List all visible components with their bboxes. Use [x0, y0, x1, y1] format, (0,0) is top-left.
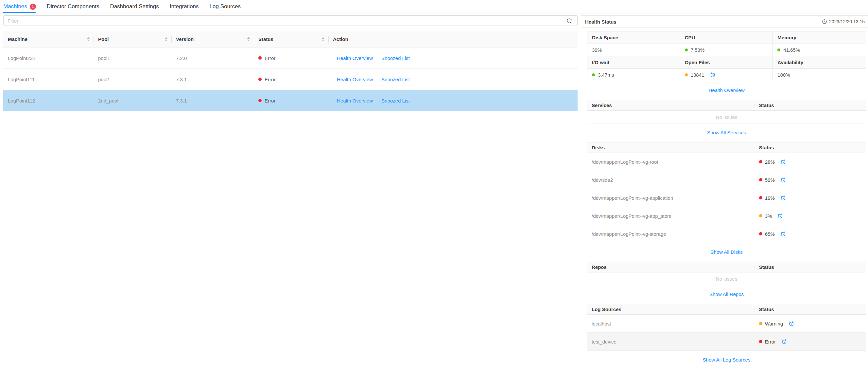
- table-row-logpoint231[interactable]: LogPoint231 pool1 7.2.0 Error Health Ove…: [3, 48, 578, 69]
- disk-status: 65%: [754, 231, 866, 237]
- show-all-disks-link[interactable]: Show All Disks: [710, 249, 742, 255]
- metric-value-io-wait: 3.47ms: [587, 69, 680, 81]
- repos-header-label: Repos: [587, 264, 754, 270]
- alarm-clock-icon[interactable]: [780, 177, 786, 183]
- error-dot-icon: [759, 340, 762, 343]
- status-label: Error: [265, 77, 275, 82]
- alarm-clock-icon[interactable]: [780, 231, 786, 237]
- alarm-clock-icon[interactable]: [710, 72, 716, 78]
- metric-value-cpu: 7.53%: [680, 44, 773, 56]
- services-status-header: Status: [754, 103, 866, 108]
- panel-title: Health Status: [585, 19, 617, 25]
- show-all-log-sources-row: Show All Log Sources: [587, 351, 866, 369]
- machine-name: LogPoint231: [3, 55, 94, 61]
- show-all-repos-link[interactable]: Show All Repos: [709, 291, 744, 297]
- disk-status: 19%: [754, 195, 866, 201]
- alarm-clock-icon[interactable]: [777, 213, 783, 219]
- disk-usage-value: 65%: [765, 231, 775, 237]
- log-sources-table-header: Log Sources Status: [587, 304, 866, 315]
- tab-director-components[interactable]: Director Components: [47, 0, 99, 13]
- health-overview-link-row: Health Overview: [587, 81, 866, 100]
- tab-log-sources[interactable]: Log Sources: [210, 0, 241, 13]
- machines-count-badge: 1: [30, 4, 36, 10]
- snoozed-list-link[interactable]: Snoozed List: [381, 77, 410, 82]
- show-all-log-sources-link[interactable]: Show All Log Sources: [703, 357, 751, 363]
- table-row-logpoint112-selected[interactable]: LogPoint112 2nd_pool 7.3.1 Error Health …: [3, 90, 578, 111]
- machines-section: Machine Pool Version Status Action: [0, 13, 578, 391]
- tab-integrations-label: Integrations: [170, 3, 199, 10]
- snoozed-list-link[interactable]: Snoozed List: [381, 98, 410, 104]
- pool-name: pool1: [94, 55, 172, 61]
- action-cell: Health Overview Snoozed List: [328, 55, 578, 61]
- show-all-disks-row: Show All Disks: [587, 243, 866, 262]
- ok-dot-icon: [685, 49, 688, 51]
- filter-input[interactable]: [3, 16, 561, 26]
- disks-status-header: Status: [754, 145, 866, 150]
- sort-carets-icon[interactable]: [84, 37, 90, 41]
- disk-status: 3%: [754, 213, 866, 219]
- refresh-button[interactable]: [561, 16, 578, 26]
- disk-usage-value: 28%: [765, 159, 775, 165]
- metric-value-text: 41.65%: [783, 47, 800, 53]
- disks-header-label: Disks: [587, 145, 754, 150]
- services-table-header: Services Status: [587, 100, 866, 111]
- timestamp: 2023/12/20 13:15: [822, 19, 865, 24]
- metric-value-text: 3.47ms: [598, 72, 614, 78]
- status-label: Error: [265, 98, 275, 104]
- tab-integrations[interactable]: Integrations: [170, 0, 199, 13]
- metric-label-memory: Memory: [773, 31, 866, 44]
- machine-name: LogPoint112: [3, 98, 94, 104]
- snoozed-list-link[interactable]: Snoozed List: [381, 55, 410, 61]
- log-source-name: test_device: [587, 339, 754, 344]
- health-overview-link[interactable]: Health Overview: [708, 87, 744, 93]
- show-all-services-link[interactable]: Show All Services: [707, 130, 746, 135]
- column-header-status[interactable]: Status: [254, 31, 328, 47]
- alarm-clock-icon[interactable]: [788, 321, 794, 327]
- disk-name: /dev/mapper/LogPoint--vg-storage: [587, 231, 754, 237]
- health-status-header: Health Status 2023/12/20 13:15: [581, 16, 868, 28]
- machines-table-header: Machine Pool Version Status Action: [3, 31, 578, 48]
- column-header-pool[interactable]: Pool: [94, 31, 172, 47]
- disk-usage-value: 59%: [765, 177, 775, 183]
- top-navigation: Machines 1 Director Components Dashboard…: [0, 0, 868, 13]
- log-source-status: Error: [754, 339, 866, 344]
- health-overview-link[interactable]: Health Overview: [337, 55, 373, 61]
- health-status-panel: Health Status 2023/12/20 13:15 Disk Spac…: [581, 13, 868, 391]
- metric-label-disk-space: Disk Space: [587, 31, 680, 44]
- alarm-clock-icon[interactable]: [780, 195, 786, 201]
- health-overview-link[interactable]: Health Overview: [337, 77, 373, 82]
- column-header-version[interactable]: Version: [172, 31, 254, 47]
- sort-carets-icon[interactable]: [161, 37, 167, 41]
- metric-label-cpu: CPU: [680, 31, 773, 44]
- services-empty-row: No issues: [587, 111, 866, 123]
- sort-carets-icon[interactable]: [318, 37, 324, 41]
- column-header-machine[interactable]: Machine: [3, 31, 94, 47]
- column-label: Machine: [8, 36, 28, 42]
- warning-dot-icon: [685, 73, 688, 76]
- alarm-clock-icon[interactable]: [780, 159, 786, 165]
- machine-name: LogPoint111: [3, 77, 94, 82]
- disk-name: /dev/mapper/LogPoint--vg-application: [587, 195, 754, 201]
- filter-bar: [3, 16, 578, 26]
- metric-value-text: 100%: [777, 72, 790, 78]
- log-source-row: localhost Warning: [587, 315, 866, 333]
- tab-machines[interactable]: Machines 1: [3, 0, 36, 13]
- alarm-clock-icon[interactable]: [781, 339, 787, 344]
- disk-name: /dev/sda2: [587, 177, 754, 183]
- table-row-logpoint111[interactable]: LogPoint111 pool1 7.3.1 Error Health Ove…: [3, 69, 578, 90]
- sort-carets-icon[interactable]: [244, 37, 250, 41]
- column-label: Pool: [98, 36, 109, 42]
- disks-table: Disks Status /dev/mapper/LogPoint--vg-ro…: [587, 142, 866, 243]
- metric-label-availability: Availability: [773, 56, 866, 69]
- metric-value-text: 39%: [592, 47, 602, 53]
- metric-value-availability: 100%: [773, 69, 866, 81]
- error-dot-icon: [759, 232, 762, 235]
- log-source-status: Warning: [754, 321, 866, 327]
- error-dot-icon: [759, 160, 762, 163]
- repos-table: Repos Status No issues: [587, 262, 866, 285]
- metric-value-disk-space: 39%: [587, 44, 680, 56]
- reload-icon: [566, 18, 572, 24]
- tab-dashboard-settings[interactable]: Dashboard Settings: [110, 0, 159, 13]
- health-overview-link[interactable]: Health Overview: [337, 98, 373, 104]
- action-cell: Health Overview Snoozed List: [328, 98, 578, 104]
